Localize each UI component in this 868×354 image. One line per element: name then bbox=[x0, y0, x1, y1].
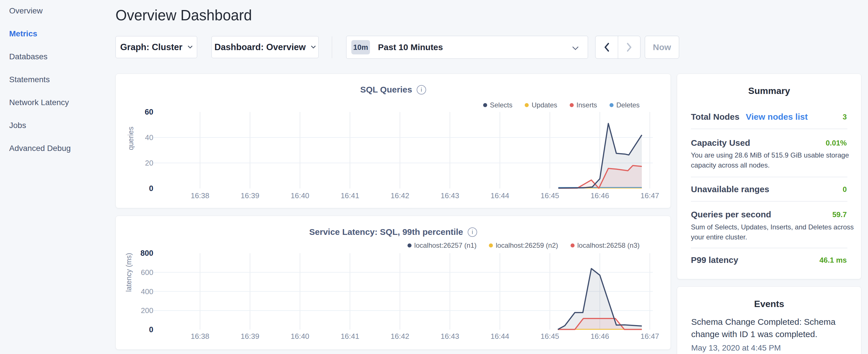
svg-text:16:45: 16:45 bbox=[540, 332, 559, 341]
summary-card: Summary Total Nodes View nodes list 3 Ca… bbox=[677, 74, 861, 279]
svg-text:16:39: 16:39 bbox=[241, 332, 259, 341]
svg-text:16:47: 16:47 bbox=[641, 191, 659, 200]
dashboard-dropdown[interactable]: Dashboard: Overview bbox=[212, 36, 319, 58]
event-text: Schema Change Completed: Schema change w… bbox=[691, 316, 850, 340]
chevron-right-icon bbox=[627, 43, 631, 51]
legend-item[interactable]: Updates bbox=[525, 101, 557, 109]
svg-text:16:43: 16:43 bbox=[440, 332, 459, 341]
legend-dot-icon bbox=[570, 103, 574, 107]
legend-dot-icon bbox=[483, 103, 487, 107]
view-nodes-link[interactable]: View nodes list bbox=[746, 112, 808, 122]
svg-text:400: 400 bbox=[141, 287, 153, 296]
legend-label: Updates bbox=[532, 101, 557, 109]
svg-text:60: 60 bbox=[145, 108, 153, 116]
page-title: Overview Dashboard bbox=[116, 7, 252, 24]
summary-row-total-nodes: Total Nodes View nodes list 3 bbox=[691, 112, 847, 122]
time-back-button[interactable] bbox=[595, 36, 618, 58]
legend-label: Inserts bbox=[577, 101, 597, 109]
toolbar-divider bbox=[332, 36, 332, 58]
legend-item[interactable]: Selects bbox=[483, 101, 513, 109]
chart-title: SQL Queries bbox=[360, 85, 412, 95]
time-nav-group bbox=[595, 36, 641, 59]
svg-text:20: 20 bbox=[145, 159, 153, 167]
latency-chart-card: 16:3816:3916:4016:4116:4216:4316:4416:45… bbox=[116, 216, 671, 350]
chevron-down-icon bbox=[311, 45, 316, 49]
summary-row-p99: P99 latency 46.1 ms bbox=[691, 255, 847, 265]
svg-text:16:38: 16:38 bbox=[191, 191, 209, 200]
graph-dropdown[interactable]: Graph: Cluster bbox=[116, 36, 197, 58]
row-subtext: Sum of Selects, Updates, Inserts, and De… bbox=[691, 222, 856, 242]
svg-text:40: 40 bbox=[145, 133, 153, 142]
row-value: 0 bbox=[843, 185, 847, 194]
legend-item[interactable]: localhost:26259 (n2) bbox=[489, 242, 558, 250]
svg-text:16:42: 16:42 bbox=[391, 191, 409, 200]
sidebar-item-jobs[interactable]: Jobs bbox=[9, 114, 26, 137]
chevron-down-icon bbox=[188, 45, 192, 49]
legend-label: localhost:26257 (n1) bbox=[414, 242, 476, 250]
row-subtext: You are using 28.6 MiB of 515.9 GiB usab… bbox=[691, 150, 856, 170]
sidebar-item-advanced-debug[interactable]: Advanced Debug bbox=[9, 137, 71, 160]
row-value: 0.01% bbox=[826, 139, 847, 148]
chart-legend: localhost:26257 (n1)localhost:26259 (n2)… bbox=[407, 242, 640, 250]
svg-text:16:44: 16:44 bbox=[491, 191, 509, 200]
svg-text:16:42: 16:42 bbox=[391, 332, 409, 341]
summary-row-capacity: Capacity Used 0.01% bbox=[691, 138, 847, 148]
legend-label: Selects bbox=[490, 101, 513, 109]
summary-row-qps: Queries per second 59.7 bbox=[691, 210, 847, 219]
svg-text:16:45: 16:45 bbox=[540, 191, 559, 200]
row-label: Unavailable ranges bbox=[691, 185, 769, 194]
sidebar-item-metrics[interactable]: Metrics bbox=[9, 22, 37, 45]
svg-text:16:39: 16:39 bbox=[241, 191, 259, 200]
graph-dropdown-label: Graph: Cluster bbox=[120, 42, 182, 53]
chart-legend: SelectsUpdatesInsertsDeletes bbox=[483, 101, 640, 109]
event-timestamp: May 13, 2020 at 4:45 PM bbox=[691, 344, 781, 353]
svg-text:16:38: 16:38 bbox=[191, 332, 209, 341]
sidebar-item-overview[interactable]: Overview bbox=[9, 0, 43, 22]
svg-text:16:40: 16:40 bbox=[290, 332, 309, 341]
svg-text:16:41: 16:41 bbox=[341, 332, 359, 341]
info-icon[interactable]: i bbox=[417, 85, 426, 95]
svg-text:16:44: 16:44 bbox=[491, 332, 509, 341]
legend-label: localhost:26259 (n2) bbox=[496, 242, 558, 250]
row-value: 59.7 bbox=[832, 210, 847, 219]
legend-dot-icon bbox=[489, 244, 493, 248]
legend-dot-icon bbox=[610, 103, 614, 107]
dashboard-dropdown-label: Dashboard: Overview bbox=[214, 42, 306, 53]
svg-text:16:46: 16:46 bbox=[591, 191, 609, 200]
chevron-down-icon bbox=[572, 46, 579, 50]
legend-item[interactable]: localhost:26257 (n1) bbox=[407, 242, 476, 250]
time-forward-button[interactable] bbox=[618, 36, 640, 58]
svg-text:16:43: 16:43 bbox=[440, 191, 459, 200]
events-title: Events bbox=[677, 299, 861, 309]
sidebar-item-network-latency[interactable]: Network Latency bbox=[9, 91, 69, 114]
time-window-badge: 10m bbox=[351, 40, 370, 55]
chart-title: Service Latency: SQL, 99th percentile bbox=[309, 227, 463, 237]
legend-dot-icon bbox=[407, 244, 411, 248]
row-value: 46.1 ms bbox=[819, 256, 847, 265]
row-label: Capacity Used bbox=[691, 138, 750, 148]
time-window-label: Past 10 Minutes bbox=[378, 42, 443, 52]
info-icon[interactable]: i bbox=[468, 227, 477, 237]
legend-item[interactable]: Deletes bbox=[610, 101, 640, 109]
legend-item[interactable]: localhost:26258 (n3) bbox=[570, 242, 640, 250]
legend-label: localhost:26258 (n3) bbox=[578, 242, 640, 250]
legend-label: Deletes bbox=[616, 101, 640, 109]
chevron-left-icon bbox=[605, 43, 608, 51]
svg-text:200: 200 bbox=[141, 306, 153, 315]
legend-item[interactable]: Inserts bbox=[570, 101, 597, 109]
events-card: Events Schema Change Completed: Schema c… bbox=[677, 286, 861, 354]
svg-text:0: 0 bbox=[149, 184, 153, 193]
legend-dot-icon bbox=[570, 244, 575, 248]
svg-text:16:40: 16:40 bbox=[290, 191, 309, 200]
sidebar-item-statements[interactable]: Statements bbox=[9, 68, 50, 91]
now-button[interactable]: Now bbox=[645, 36, 679, 59]
row-label: Total Nodes bbox=[691, 112, 739, 122]
svg-text:16:41: 16:41 bbox=[341, 191, 359, 200]
summary-title: Summary bbox=[677, 86, 861, 96]
legend-dot-icon bbox=[525, 103, 529, 107]
sidebar-item-databases[interactable]: Databases bbox=[9, 45, 48, 68]
row-label: Queries per second bbox=[691, 210, 771, 219]
svg-text:600: 600 bbox=[141, 268, 153, 277]
time-window-selector[interactable]: 10m Past 10 Minutes bbox=[346, 36, 588, 59]
svg-text:16:46: 16:46 bbox=[591, 332, 609, 341]
